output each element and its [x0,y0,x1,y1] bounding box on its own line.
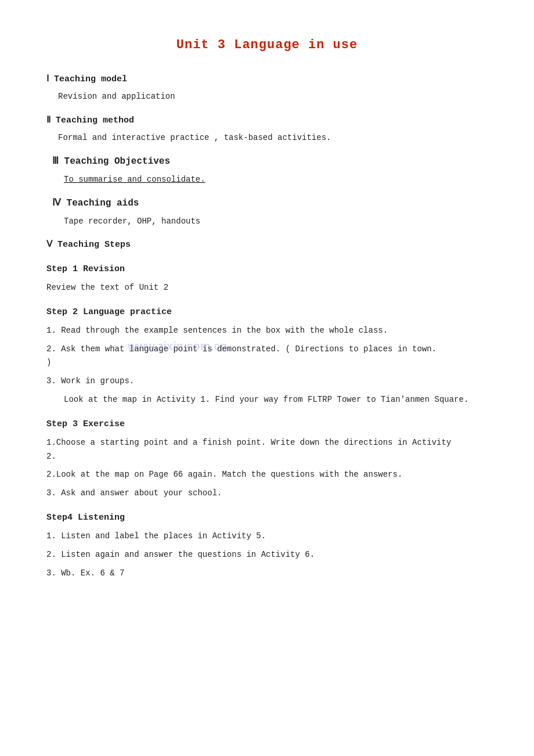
section-teaching-method: Ⅱ Teaching method Formal and interactive… [46,114,488,144]
page-container: Unit 3 Language in use Ⅰ Teaching model … [46,35,488,580]
section-i-label: Ⅰ Teaching model [46,74,127,84]
step-3-item-1: 2.Look at the map on Page 66 again. Matc… [46,468,488,482]
section-ii-label: Ⅱ Teaching method [46,116,134,125]
step-4-heading: Step4 Listening [46,511,488,525]
section-heading-iv: Ⅳ Teaching aids [52,196,488,211]
section-i-content: Revision and application [46,90,488,103]
section-iv-content: Tape recorder, OHP, handouts [46,215,488,228]
step-2-item-3: Look at the map in Activity 1. Find your… [46,393,488,407]
step-2-item-0: 1. Read through the example sentences in… [46,324,488,338]
step-1: Step 1 Revision Review the text of Unit … [46,262,488,295]
step-2-item-2: 3. Work in groups. [46,375,488,388]
section-iv-label: Ⅳ Teaching aids [52,198,139,208]
section-heading-ii: Ⅱ Teaching method [46,114,488,128]
section-heading-v: Ⅴ Teaching Steps [46,238,488,252]
step-4-item-0: 1. Listen and label the places in Activi… [46,530,488,543]
step-4: Step4 Listening 1. Listen and label the … [46,511,488,580]
step-1-heading: Step 1 Revision [46,262,488,276]
section-iii-content: To summarise and consolidate. [46,173,488,186]
step-2-heading: Step 2 Language practice [46,305,488,319]
step-3: Step 3 Exercise 1.Choose a starting poin… [46,417,488,501]
section-teaching-model: Ⅰ Teaching model Revision and applicatio… [46,73,488,103]
section-teaching-objectives: Ⅲ Teaching Objectives To summarise and c… [46,154,488,186]
section-heading-i: Ⅰ Teaching model [46,73,488,87]
step-2-item-1: 2. Ask them what language point is demon… [46,343,488,370]
step-4-item-1: 2. Listen again and answer the questions… [46,548,488,562]
step-2: Step 2 Language practice 1. Read through… [46,305,488,407]
step-3-item-0: 1.Choose a starting point and a finish p… [46,436,488,464]
section-ii-content: Formal and interactive practice , task-b… [46,131,488,144]
page-title: Unit 3 Language in use [46,35,488,55]
step-3-item-2: 3. Ask and answer about your school. [46,487,488,501]
step-4-item-2: 3. Wb. Ex. 6 & 7 [46,567,488,581]
step-3-heading: Step 3 Exercise [46,417,488,431]
section-heading-iii: Ⅲ Teaching Objectives [52,154,488,170]
step-1-item-0: Review the text of Unit 2 [46,281,488,295]
section-iii-text: To summarise and consolidate. [64,175,205,184]
section-teaching-aids: Ⅳ Teaching aids Tape recorder, OHP, hand… [46,196,488,228]
section-iii-label: Ⅲ Teaching Objectives [52,156,170,167]
